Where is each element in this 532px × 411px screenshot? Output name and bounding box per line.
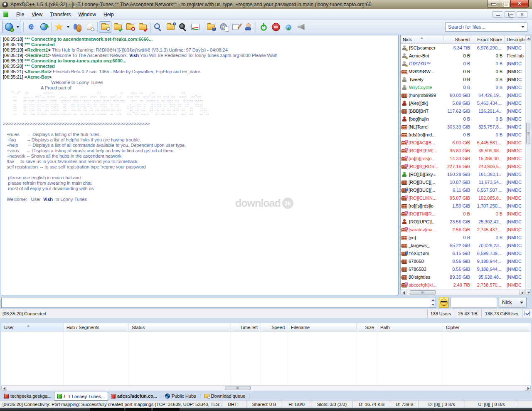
limiter-button[interactable]: 80 (270, 21, 282, 33)
transfers-column-filename[interactable]: Filename (288, 323, 357, 331)
notepad-button[interactable] (229, 21, 242, 33)
user-list-column-exact-share[interactable]: Exact Share (472, 35, 505, 43)
show-joins-checkbox[interactable] (525, 311, 530, 316)
scrollbar-thumb[interactable] (225, 386, 251, 390)
recent-hubs-button[interactable] (84, 21, 96, 33)
user-row[interactable]: [RO][B][RDS...227.16 GiB243,906,5...[NMD… (401, 162, 525, 170)
search-spy-button[interactable] (177, 21, 189, 33)
transfers-column-speed[interactable]: Speed (261, 323, 288, 331)
user-row[interactable]: [ro][is][rds]io1.59 GiB1,707,250,...[NMD… (401, 202, 525, 210)
user-row[interactable]: [RO][B][Sky...150.28 GiB161,363,1...[NMD… (401, 170, 525, 178)
transfers-column-hub-segments[interactable]: Hub / Segments (64, 323, 129, 331)
user-row[interactable]: MØ®®ØW...0 B0 B[NMDC (401, 67, 525, 75)
scroll-left-button[interactable] (1, 386, 7, 391)
follow-redirect-button[interactable] (37, 21, 50, 33)
tab-l-t-looney-tunes-[interactable]: L-T Looney-Tunes... (54, 392, 108, 401)
menu-item-help[interactable]: Help (100, 10, 118, 19)
user-row[interactable]: [ro][b][rds]n...14.33 GiB15,386,00...[NM… (401, 154, 525, 162)
connect-button[interactable] (2, 21, 15, 33)
user-row[interactable]: [yo]0 B0 B[NMDC (401, 233, 525, 241)
spinner-down-icon[interactable] (430, 302, 436, 307)
transfers-horizontal-scrollbar[interactable] (1, 385, 531, 391)
user-row[interactable]: [SC]scamper6.34 TiB6,976,290,...[NMDC (401, 44, 525, 52)
finished-downloads-button[interactable] (111, 21, 124, 33)
transfers-column-status[interactable]: Status (129, 323, 231, 331)
tab-techgeeks-geekga-[interactable]: techgeeks.geekga... (1, 392, 54, 400)
user-row[interactable]: [RO][CLIKN...95.07 GiB102,085,8...[NMDC (401, 194, 525, 202)
waiting-users-button[interactable] (124, 21, 136, 33)
user-row[interactable]: Tweety0 B0 B[NMDC (401, 75, 525, 83)
scroll-left-button[interactable] (401, 290, 406, 295)
user-list-column-description[interactable]: Description (505, 35, 525, 43)
user-list-column-nick[interactable]: Nick (401, 35, 444, 43)
connect-menu-button[interactable] (15, 21, 21, 33)
filter-column-combo[interactable]: Nick (499, 297, 527, 308)
menu-item-window[interactable]: Window (74, 10, 100, 19)
scroll-right-button[interactable] (525, 386, 531, 391)
mdi-minimize-button[interactable] (493, 11, 503, 18)
user-row[interactable]: [RO][UPC][...23.56 GiB25,302,42...[NMDC (401, 218, 525, 225)
away-button[interactable] (242, 21, 254, 33)
user-list-vertical-scrollbar[interactable] (525, 35, 531, 295)
tab-public-hubs[interactable]: Public Hubs (162, 392, 199, 400)
shutdown-button[interactable] (257, 21, 270, 33)
scrollbar-thumb[interactable] (526, 123, 530, 144)
user-row[interactable]: 80'eighties89.35 GiB95,938,48...[NMDC (401, 273, 525, 281)
menu-item-transfers[interactable]: Transfers (46, 10, 74, 19)
favorite-users-button[interactable] (71, 21, 84, 33)
user-row[interactable]: G€€Z€R™0 B0 B[NMDC (401, 59, 525, 67)
user-row[interactable]: [bog]hujin0 B0 B[NMDC (401, 115, 525, 123)
user-row[interactable]: Acme-Bot0 B0 BFlexHub (401, 52, 525, 59)
favorite-hubs-menu-button[interactable] (65, 21, 71, 33)
search-dropdown-arrow-icon[interactable] (521, 26, 525, 30)
scroll-up-button[interactable] (526, 35, 531, 41)
user-row[interactable]: abcdefghijkl...2.49 TiB2,738,570,...[NMD… (401, 281, 525, 289)
favorite-hubs-button[interactable] (53, 21, 65, 33)
user-row[interactable]: [rds][ro][rnd...0 B0 B[NMDC (401, 131, 525, 139)
transfers-column-path[interactable]: Path (377, 323, 443, 331)
restore-button[interactable] (499, 0, 511, 7)
menu-item-view[interactable]: View (28, 10, 46, 19)
user-row[interactable]: [NL]Tarrel303.39 GiB325,757,8...[NMDC (401, 123, 525, 131)
mdi-close-button[interactable] (517, 11, 527, 18)
network-stats-button[interactable] (189, 21, 202, 33)
transfers-column-size[interactable]: Size (357, 323, 377, 331)
adl-search-button[interactable] (164, 21, 177, 33)
user-row[interactable]: 67865838.56 GiB9,188,944,...[NMDC (401, 265, 525, 273)
user-row[interactable]: †ôXiç†øm6.15 GiB6,599,739,...[NMDC (401, 249, 525, 257)
user-row[interactable]: [BBB]BriT117.62 GiB126,291,4...[NMDC (401, 107, 525, 115)
open-file-list-button[interactable] (204, 21, 217, 33)
user-list-horizontal-scrollbar[interactable] (400, 290, 525, 295)
user-row[interactable]: [RO][B][EW]...36.80 GiB39,509,68...[NMDC (401, 146, 525, 154)
download-queue-button[interactable] (99, 21, 111, 33)
user-row[interactable]: [RO][BUC][...6.11 GiB6,557,507,...[NMDC (401, 186, 525, 194)
user-filter-input[interactable] (451, 297, 497, 308)
user-list-column-shared[interactable]: Shared (444, 35, 472, 43)
reconnect-button[interactable] (25, 21, 37, 33)
emoticon-button[interactable] (439, 297, 449, 308)
user-row[interactable]: [Alex][dk]5.09 GiB5,463,434,...[NMDC (401, 99, 525, 107)
transfers-column-cipher[interactable]: Cipher (443, 323, 531, 331)
tab-adcs-adcfun-co-[interactable]: adcs://adcfun.co... (108, 392, 160, 400)
user-row[interactable]: [saratov]ma...2.56 GiB2,745,437,...[NMDC (401, 225, 525, 233)
tab-download-queue[interactable]: Download queue (201, 392, 249, 400)
chat-message-input[interactable] (2, 298, 429, 307)
transfers-column-time-left[interactable]: Time left (231, 323, 261, 331)
menu-item-file[interactable]: File (12, 10, 28, 19)
user-row[interactable]: WilyCoyote0 B0 B[NMDC (401, 83, 525, 91)
user-row[interactable]: (hun)rob999960.00 GiB64,426,19...[NMDC (401, 91, 525, 99)
sound-mute-button[interactable] (295, 21, 307, 33)
search-input[interactable] (448, 24, 521, 30)
transfers-column-user[interactable]: User (1, 323, 64, 331)
scrollbar-thumb[interactable] (410, 290, 436, 295)
user-row[interactable]: [RO][AG][B...6.00 GiB6,445,581,...[NMDC (401, 139, 525, 146)
mdi-restore-button[interactable] (505, 11, 515, 18)
user-row[interactable]: _largews_65.22 GiB70,028,23...[NMDC (401, 241, 525, 249)
user-row[interactable]: [RO][TM][R...0 B0 B[NMDC (401, 210, 525, 218)
spinner-up-icon[interactable] (430, 297, 436, 302)
finished-uploads-button[interactable] (136, 21, 149, 33)
scroll-right-button[interactable] (519, 290, 525, 295)
user-row[interactable]: 6786588.56 GiB9,188,944,...[NMDC (401, 257, 525, 265)
scroll-down-button[interactable] (526, 289, 531, 295)
minimize-button[interactable] (487, 0, 499, 7)
